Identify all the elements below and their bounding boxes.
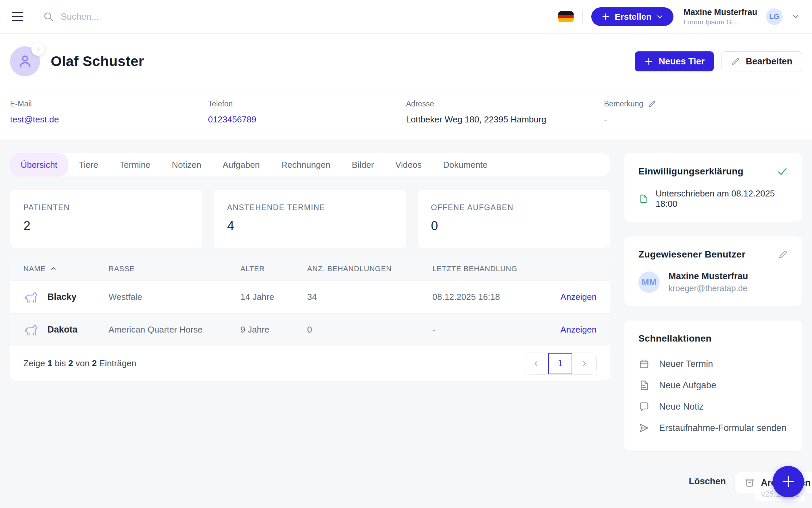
archive-icon — [744, 477, 755, 488]
pet-alter: 9 Jahre — [240, 325, 307, 335]
stat-anstehende-termine: ANSTEHENDE TERMINE 4 — [214, 190, 406, 248]
consent-status[interactable]: Unterschrieben am 08.12.2025 18:00 — [639, 188, 788, 209]
chevron-right-icon — [580, 359, 588, 368]
pet-letzte-behandlung: 08.12.2025 16:18 — [432, 292, 500, 302]
divider — [582, 10, 583, 24]
erstellen-label: Erstellen — [615, 12, 651, 22]
add-photo-button[interactable] — [31, 42, 45, 56]
loeschen-button[interactable]: Löschen — [689, 476, 726, 486]
column-header-rasse[interactable]: RASSE — [109, 264, 240, 273]
patient-avatar — [10, 46, 40, 76]
assigned-user-email: kroeger@theratap.de — [668, 284, 748, 293]
contact-field-bemerkung: Bemerkung - — [604, 99, 802, 125]
page: Erstellen Maxine Musterfrau Lorem Ipsum … — [0, 0, 812, 508]
patients-table: NAME RASSE ALTER ANZ. BEHANDLUNGEN LETZT… — [10, 257, 610, 381]
quick-action-erstaufnahme-formular[interactable]: Erstaufnahme-Formular senden — [639, 417, 788, 439]
horse-icon — [24, 290, 39, 305]
topbar-right: Erstellen Maxine Musterfrau Lorem Ipsum … — [558, 7, 800, 26]
pencil-icon[interactable] — [648, 100, 656, 108]
horse-icon — [24, 322, 39, 338]
table-row[interactable]: Blacky Westfale 14 Jahre 34 08.12.2025 1… — [10, 281, 610, 313]
tabs: Übersicht Tiere Termine Notizen Aufgaben… — [10, 153, 610, 176]
assigned-user-row: MM Maxine Musterfrau kroeger@theratap.de — [639, 271, 788, 293]
table-footer: Zeige 1 bis 2 von 2 Einträgen 1 — [10, 346, 610, 381]
tab-rechnungen[interactable]: Rechnungen — [270, 153, 341, 176]
anzeigen-link[interactable]: Anzeigen — [560, 292, 597, 302]
table-header: NAME RASSE ALTER ANZ. BEHANDLUNGEN LETZT… — [10, 257, 610, 281]
tab-tiere[interactable]: Tiere — [68, 153, 109, 176]
quick-action-neue-aufgabe[interactable]: Neue Aufgabe — [639, 375, 788, 396]
assigned-user-card: Zugewiesener Benutzer MM Maxine Musterfr… — [624, 237, 802, 306]
user-org: Lorem Ipsum G… — [684, 18, 757, 26]
column-header-behandlungen[interactable]: ANZ. BEHANDLUNGEN — [307, 264, 432, 273]
search-icon — [43, 11, 54, 23]
tab-videos[interactable]: Videos — [385, 153, 432, 176]
quick-action-label: Erstaufnahme-Formular senden — [659, 423, 786, 433]
pet-rasse: American Quarter Horse — [109, 325, 240, 335]
prev-page-button[interactable] — [524, 353, 548, 374]
consent-title: Einwilligungserklärung — [639, 166, 743, 177]
menu-icon[interactable] — [12, 9, 27, 24]
file-icon — [639, 194, 648, 204]
stat-value: 2 — [24, 219, 189, 233]
column-header-letzte-behandlung[interactable]: LETZTE BEHANDLUNG — [432, 264, 597, 273]
stat-offene-aufgaben: OFFENE AUFGABEN 0 — [418, 190, 610, 248]
stat-label: OFFENE AUFGABEN — [431, 203, 597, 212]
pencil-icon — [731, 57, 740, 66]
pagination: 1 — [524, 352, 597, 375]
plus-icon — [34, 45, 42, 53]
pet-behandlungen: 34 — [307, 292, 432, 302]
pet-letzte-behandlung: - — [432, 325, 435, 335]
fab-add-button[interactable] — [773, 466, 804, 497]
quick-action-neuer-termin[interactable]: Neuer Termin — [639, 353, 788, 375]
search-input[interactable] — [61, 12, 261, 22]
tab-termine[interactable]: Termine — [109, 153, 161, 176]
stat-label: PATIENTEN — [24, 203, 189, 212]
quick-action-label: Neuer Termin — [659, 359, 713, 369]
tab-dokumente[interactable]: Dokumente — [432, 153, 498, 176]
assigned-user-avatar: MM — [639, 271, 660, 293]
assigned-user-title: Zugewiesener Benutzer — [639, 249, 745, 260]
field-label: Telefon — [208, 99, 406, 109]
quick-action-neue-notiz[interactable]: Neue Notiz — [639, 396, 788, 417]
sort-asc-icon — [50, 265, 57, 272]
user-menu[interactable]: Maxine Musterfrau Lorem Ipsum G… — [684, 7, 757, 26]
bearbeiten-label: Bearbeiten — [745, 56, 792, 67]
consent-status-text: Unterschrieben am 08.12.2025 18:00 — [656, 188, 788, 209]
field-label: Adresse — [406, 99, 604, 109]
pet-name: Blacky — [47, 292, 76, 302]
table-row[interactable]: Dakota American Quarter Horse 9 Jahre 0 … — [10, 313, 610, 346]
field-label: Bemerkung — [604, 99, 644, 109]
chevron-down-icon[interactable] — [791, 12, 800, 21]
calendar-icon — [639, 358, 650, 370]
tab-uebersicht[interactable]: Übersicht — [10, 153, 68, 176]
check-icon — [777, 166, 788, 177]
tab-bilder[interactable]: Bilder — [341, 153, 385, 176]
paper-plane-icon — [639, 422, 650, 434]
patient-header: Olaf Schuster Neues Tier Bearbeiten E-Ma… — [0, 34, 812, 139]
contact-field-adresse: Adresse Lottbeker Weg 180, 22395 Hamburg — [406, 99, 604, 125]
entries-count: Zeige 1 bis 2 von 2 Einträgen — [24, 358, 136, 369]
bearbeiten-button[interactable]: Bearbeiten — [721, 51, 802, 71]
email-link[interactable]: test@test.de — [10, 115, 208, 125]
neues-tier-button[interactable]: Neues Tier — [635, 51, 714, 71]
field-label: E-Mail — [10, 99, 208, 109]
address-value: Lottbeker Weg 180, 22395 Hamburg — [406, 115, 604, 125]
phone-link[interactable]: 0123456789 — [208, 115, 406, 125]
quick-action-label: Neue Notiz — [659, 401, 704, 412]
next-page-button[interactable] — [572, 353, 596, 374]
column-header-alter[interactable]: ALTER — [240, 264, 307, 273]
anzeigen-link[interactable]: Anzeigen — [560, 325, 597, 335]
chevron-left-icon — [532, 359, 540, 368]
language-flag-icon[interactable] — [558, 11, 574, 22]
pencil-icon[interactable] — [778, 250, 788, 259]
chevron-down-icon — [656, 13, 663, 20]
current-page-button[interactable]: 1 — [548, 353, 572, 374]
tab-aufgaben[interactable]: Aufgaben — [212, 153, 270, 176]
tab-notizen[interactable]: Notizen — [161, 153, 212, 176]
person-icon — [16, 53, 34, 70]
column-header-name[interactable]: NAME — [24, 264, 109, 273]
user-avatar[interactable]: LG — [766, 8, 783, 25]
erstellen-button[interactable]: Erstellen — [591, 7, 673, 26]
pet-behandlungen: 0 — [307, 325, 432, 335]
